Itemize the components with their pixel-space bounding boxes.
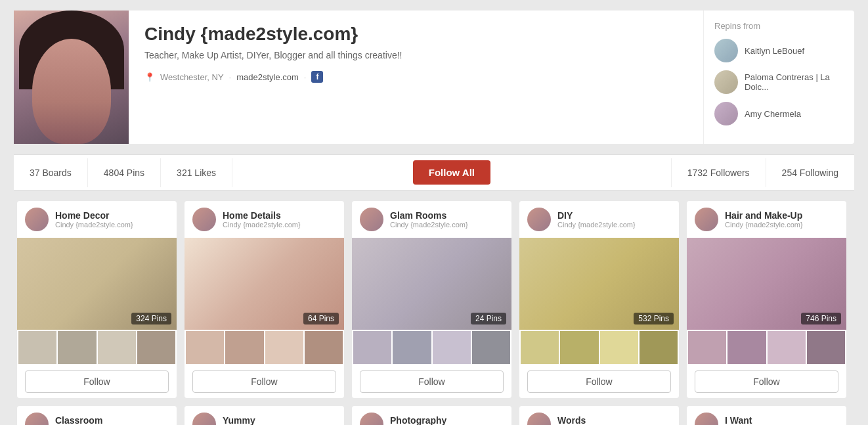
thumb-2	[98, 331, 136, 364]
board-pin-count-1: 64 Pins	[303, 313, 339, 324]
stats-bar: 37 Boards 4804 Pins 321 Likes Follow All…	[14, 154, 854, 190]
separator2: ·	[304, 72, 307, 82]
thumb-3	[807, 331, 845, 364]
board-header-2: Glam Rooms Cindy {made2style.com}	[352, 201, 511, 238]
board-avatar-1	[192, 208, 216, 231]
board-card-9: I Want Cindy {made2style.com} 98 Pins Fo…	[687, 406, 846, 425]
repin-person-2[interactable]: Paloma Contreras | La Dolc...	[714, 70, 844, 94]
thumb-1	[727, 331, 766, 364]
board-main-img-2[interactable]: 24 Pins	[352, 238, 511, 330]
thumb-3	[640, 331, 678, 364]
board-card-0: Home Decor Cindy {made2style.com} 324 Pi…	[17, 201, 177, 398]
board-avatar-6	[192, 413, 216, 425]
pins-stat[interactable]: 4804 Pins	[88, 158, 161, 187]
thumb-1	[560, 331, 598, 364]
profile-website[interactable]: made2style.com	[236, 72, 299, 82]
board-owner-4: Cindy {made2style.com}	[725, 221, 803, 229]
board-avatar-4	[695, 208, 718, 231]
repin-name-1: Kaitlyn LeBouef	[745, 46, 804, 56]
board-header-4: Hair and Make-Up Cindy {made2style.com}	[687, 201, 846, 238]
profile-photo	[14, 11, 129, 144]
following-stat[interactable]: 254 Following	[766, 158, 854, 187]
boards-grid: Home Decor Cindy {made2style.com} 324 Pi…	[11, 201, 857, 425]
repin-person-1[interactable]: Kaitlyn LeBouef	[714, 39, 844, 62]
board-avatar-0	[25, 208, 49, 231]
board-avatar-7	[360, 413, 383, 425]
followers-stat[interactable]: 1732 Followers	[671, 158, 766, 187]
board-title-2: Glam Rooms	[390, 210, 468, 221]
board-thumbs-1	[184, 330, 344, 365]
board-main-img-0[interactable]: 324 Pins	[17, 238, 177, 330]
profile-bio: Teacher, Make Up Artist, DIYer, Blogger …	[144, 50, 687, 60]
boards-stat[interactable]: 37 Boards	[14, 158, 88, 187]
board-thumbs-2	[352, 330, 511, 365]
board-pin-count-2: 24 Pins	[471, 313, 506, 324]
board-main-img-3[interactable]: 532 Pins	[519, 238, 679, 330]
board-title-5: Classroom	[55, 415, 133, 425]
board-owner-2: Cindy {made2style.com}	[390, 221, 468, 229]
separator: ·	[229, 72, 232, 82]
follow-button-2[interactable]: Follow	[360, 370, 504, 393]
repins-panel: Repins from Kaitlyn LeBouef Paloma Contr…	[703, 11, 854, 144]
board-owner-3: Cindy {made2style.com}	[557, 221, 636, 229]
profile-name: Cindy {made2style.com}	[144, 24, 687, 45]
board-thumbs-4	[687, 330, 846, 365]
thumb-2	[600, 331, 638, 364]
thumb-1	[225, 331, 263, 364]
board-card-7: Photography Cindy {made2style.com} 57 Pi…	[352, 406, 511, 425]
board-title-6: Yummy	[223, 415, 301, 425]
likes-stat[interactable]: 321 Likes	[161, 158, 232, 187]
thumb-0	[521, 331, 559, 364]
board-avatar-5	[25, 413, 49, 425]
board-title-1: Home Details	[223, 210, 301, 221]
follow-button-4[interactable]: Follow	[695, 370, 838, 393]
repin-avatar-1	[714, 39, 738, 62]
board-header-5: Classroom Cindy {made2style.com}	[17, 406, 177, 425]
board-title-4: Hair and Make-Up	[725, 210, 803, 221]
board-main-img-1[interactable]: 64 Pins	[184, 238, 344, 330]
board-card-5: Classroom Cindy {made2style.com} 89 Pins…	[17, 406, 177, 425]
facebook-icon[interactable]: f	[311, 71, 323, 83]
stat-spacer: Follow All	[232, 155, 671, 190]
thumb-2	[433, 331, 471, 364]
repin-name-2: Paloma Contreras | La Dolc...	[745, 72, 844, 92]
board-title-3: DIY	[557, 210, 636, 221]
board-owner-1: Cindy {made2style.com}	[223, 221, 301, 229]
thumb-2	[768, 331, 806, 364]
board-thumbs-0	[17, 330, 177, 365]
repin-person-3[interactable]: Amy Chermela	[714, 102, 844, 125]
thumb-0	[688, 331, 726, 364]
follow-button-1[interactable]: Follow	[192, 370, 336, 393]
profile-location: Westchester, NY	[160, 72, 224, 82]
board-avatar-2	[360, 208, 383, 231]
thumb-1	[393, 331, 431, 364]
board-avatar-8	[527, 413, 551, 425]
repin-avatar-3	[714, 102, 738, 125]
thumb-0	[186, 331, 224, 364]
board-card-4: Hair and Make-Up Cindy {made2style.com} …	[687, 201, 846, 398]
board-card-3: DIY Cindy {made2style.com} 532 Pins Foll…	[519, 201, 679, 398]
board-avatar-3	[527, 208, 551, 231]
follow-button-3[interactable]: Follow	[527, 370, 671, 393]
board-card-1: Home Details Cindy {made2style.com} 64 P…	[184, 201, 344, 398]
board-header-1: Home Details Cindy {made2style.com}	[184, 201, 344, 238]
board-pin-count-3: 532 Pins	[634, 313, 674, 324]
thumb-3	[305, 331, 343, 364]
thumb-3	[472, 331, 510, 364]
board-title-8: Words	[557, 415, 636, 425]
board-main-img-4[interactable]: 746 Pins	[687, 238, 846, 330]
board-header-6: Yummy Cindy {made2style.com}	[184, 406, 344, 425]
board-header-8: Words Cindy {made2style.com}	[519, 406, 679, 425]
thumb-3	[137, 331, 175, 364]
repin-name-3: Amy Chermela	[745, 109, 801, 119]
board-header-3: DIY Cindy {made2style.com}	[519, 201, 679, 238]
profile-meta: 📍 Westchester, NY · made2style.com · f	[144, 71, 687, 83]
follow-button-0[interactable]: Follow	[25, 370, 169, 393]
profile-header: Cindy {made2style.com} Teacher, Make Up …	[14, 11, 854, 144]
repins-title: Repins from	[714, 21, 844, 31]
follow-all-button[interactable]: Follow All	[413, 160, 490, 185]
board-card-6: Yummy Cindy {made2style.com} 211 Pins Fo…	[184, 406, 344, 425]
location-icon: 📍	[144, 72, 155, 82]
board-card-2: Glam Rooms Cindy {made2style.com} 24 Pin…	[352, 201, 511, 398]
board-thumbs-3	[519, 330, 679, 365]
